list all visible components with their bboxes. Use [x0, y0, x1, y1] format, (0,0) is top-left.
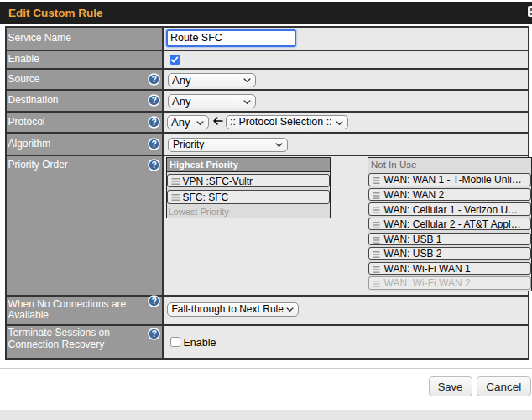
- svg-text:?: ?: [151, 74, 156, 84]
- svg-text:?: ?: [151, 117, 156, 127]
- svg-text:?: ?: [151, 95, 156, 105]
- svg-text:?: ?: [151, 160, 156, 170]
- svg-text:?: ?: [151, 296, 156, 306]
- svg-text:?: ?: [151, 139, 156, 149]
- svg-text:?: ?: [151, 328, 156, 339]
